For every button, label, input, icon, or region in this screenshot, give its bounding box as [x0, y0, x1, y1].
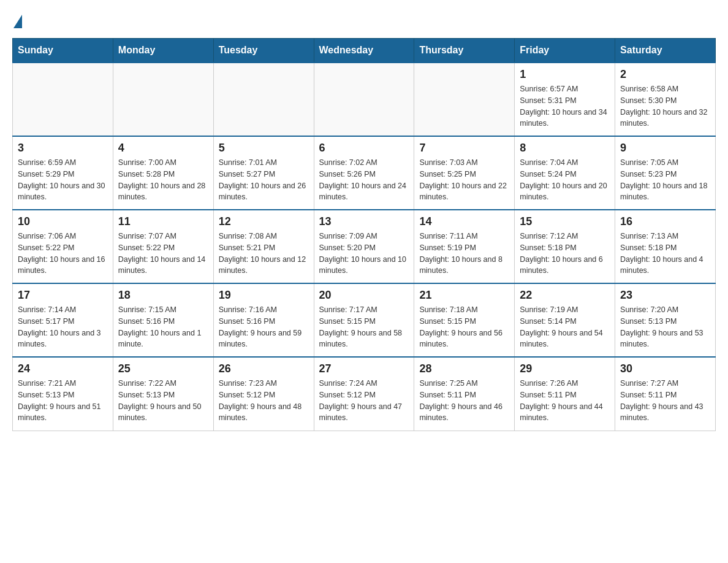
calendar-cell: [314, 63, 414, 136]
day-number: 20: [319, 289, 409, 302]
page-header: [12, 12, 716, 28]
calendar-cell: 5Sunrise: 7:01 AM Sunset: 5:27 PM Daylig…: [213, 136, 314, 210]
day-number: 13: [319, 215, 409, 228]
calendar-table: SundayMondayTuesdayWednesdayThursdayFrid…: [12, 38, 716, 431]
day-info: Sunrise: 7:25 AM Sunset: 5:11 PM Dayligh…: [419, 378, 509, 424]
calendar-cell: 4Sunrise: 7:00 AM Sunset: 5:28 PM Daylig…: [113, 136, 213, 210]
day-number: 24: [18, 362, 108, 375]
day-number: 5: [219, 142, 309, 155]
day-info: Sunrise: 7:00 AM Sunset: 5:28 PM Dayligh…: [118, 157, 208, 203]
header-tuesday: Tuesday: [213, 39, 314, 63]
header-wednesday: Wednesday: [314, 39, 414, 63]
day-info: Sunrise: 7:22 AM Sunset: 5:13 PM Dayligh…: [118, 378, 208, 424]
calendar-cell: 14Sunrise: 7:11 AM Sunset: 5:19 PM Dayli…: [414, 210, 515, 283]
calendar-week-row: 3Sunrise: 6:59 AM Sunset: 5:29 PM Daylig…: [13, 136, 716, 210]
day-info: Sunrise: 7:27 AM Sunset: 5:11 PM Dayligh…: [620, 378, 710, 424]
day-info: Sunrise: 6:57 AM Sunset: 5:31 PM Dayligh…: [520, 83, 610, 129]
calendar-cell: 22Sunrise: 7:19 AM Sunset: 5:14 PM Dayli…: [515, 283, 615, 357]
day-info: Sunrise: 7:05 AM Sunset: 5:23 PM Dayligh…: [620, 157, 710, 203]
calendar-cell: 30Sunrise: 7:27 AM Sunset: 5:11 PM Dayli…: [615, 357, 716, 431]
day-number: 2: [620, 68, 710, 81]
calendar-cell: 6Sunrise: 7:02 AM Sunset: 5:26 PM Daylig…: [314, 136, 414, 210]
day-number: 14: [419, 215, 509, 228]
day-info: Sunrise: 7:21 AM Sunset: 5:13 PM Dayligh…: [18, 378, 108, 424]
calendar-cell: 8Sunrise: 7:04 AM Sunset: 5:24 PM Daylig…: [515, 136, 615, 210]
day-number: 6: [319, 142, 409, 155]
day-number: 12: [219, 215, 309, 228]
calendar-cell: 28Sunrise: 7:25 AM Sunset: 5:11 PM Dayli…: [414, 357, 515, 431]
calendar-cell: [13, 63, 113, 136]
day-number: 11: [118, 215, 208, 228]
day-number: 30: [620, 362, 710, 375]
calendar-cell: 18Sunrise: 7:15 AM Sunset: 5:16 PM Dayli…: [113, 283, 213, 357]
calendar-cell: 20Sunrise: 7:17 AM Sunset: 5:15 PM Dayli…: [314, 283, 414, 357]
day-number: 4: [118, 142, 208, 155]
calendar-cell: 24Sunrise: 7:21 AM Sunset: 5:13 PM Dayli…: [13, 357, 113, 431]
calendar-cell: 11Sunrise: 7:07 AM Sunset: 5:22 PM Dayli…: [113, 210, 213, 283]
day-number: 8: [520, 142, 610, 155]
calendar-week-row: 10Sunrise: 7:06 AM Sunset: 5:22 PM Dayli…: [13, 210, 716, 283]
day-info: Sunrise: 7:11 AM Sunset: 5:19 PM Dayligh…: [419, 231, 509, 277]
calendar-cell: 17Sunrise: 7:14 AM Sunset: 5:17 PM Dayli…: [13, 283, 113, 357]
calendar-cell: 27Sunrise: 7:24 AM Sunset: 5:12 PM Dayli…: [314, 357, 414, 431]
day-number: 16: [620, 215, 710, 228]
day-number: 9: [620, 142, 710, 155]
header-saturday: Saturday: [615, 39, 716, 63]
day-number: 19: [219, 289, 309, 302]
day-info: Sunrise: 7:04 AM Sunset: 5:24 PM Dayligh…: [520, 157, 610, 203]
day-number: 29: [520, 362, 610, 375]
calendar-cell: 10Sunrise: 7:06 AM Sunset: 5:22 PM Dayli…: [13, 210, 113, 283]
header-thursday: Thursday: [414, 39, 515, 63]
calendar-cell: 12Sunrise: 7:08 AM Sunset: 5:21 PM Dayli…: [213, 210, 314, 283]
day-info: Sunrise: 7:26 AM Sunset: 5:11 PM Dayligh…: [520, 378, 610, 424]
calendar-cell: 29Sunrise: 7:26 AM Sunset: 5:11 PM Dayli…: [515, 357, 615, 431]
day-info: Sunrise: 6:59 AM Sunset: 5:29 PM Dayligh…: [18, 157, 108, 203]
day-info: Sunrise: 7:01 AM Sunset: 5:27 PM Dayligh…: [219, 157, 309, 203]
day-number: 18: [118, 289, 208, 302]
day-info: Sunrise: 7:17 AM Sunset: 5:15 PM Dayligh…: [319, 304, 409, 350]
day-number: 27: [319, 362, 409, 375]
day-info: Sunrise: 7:23 AM Sunset: 5:12 PM Dayligh…: [219, 378, 309, 424]
calendar-cell: 13Sunrise: 7:09 AM Sunset: 5:20 PM Dayli…: [314, 210, 414, 283]
header-monday: Monday: [113, 39, 213, 63]
day-info: Sunrise: 7:02 AM Sunset: 5:26 PM Dayligh…: [319, 157, 409, 203]
day-number: 1: [520, 68, 610, 81]
calendar-cell: 1Sunrise: 6:57 AM Sunset: 5:31 PM Daylig…: [515, 63, 615, 136]
day-number: 3: [18, 142, 108, 155]
day-number: 23: [620, 289, 710, 302]
day-number: 25: [118, 362, 208, 375]
calendar-week-row: 24Sunrise: 7:21 AM Sunset: 5:13 PM Dayli…: [13, 357, 716, 431]
day-info: Sunrise: 7:14 AM Sunset: 5:17 PM Dayligh…: [18, 304, 108, 350]
calendar-cell: 2Sunrise: 6:58 AM Sunset: 5:30 PM Daylig…: [615, 63, 716, 136]
logo: [12, 12, 22, 28]
day-info: Sunrise: 7:08 AM Sunset: 5:21 PM Dayligh…: [219, 231, 309, 277]
day-number: 21: [419, 289, 509, 302]
calendar-cell: 26Sunrise: 7:23 AM Sunset: 5:12 PM Dayli…: [213, 357, 314, 431]
day-number: 10: [18, 215, 108, 228]
day-info: Sunrise: 7:15 AM Sunset: 5:16 PM Dayligh…: [118, 304, 208, 350]
calendar-cell: 25Sunrise: 7:22 AM Sunset: 5:13 PM Dayli…: [113, 357, 213, 431]
day-number: 15: [520, 215, 610, 228]
day-info: Sunrise: 7:16 AM Sunset: 5:16 PM Dayligh…: [219, 304, 309, 350]
day-number: 7: [419, 142, 509, 155]
calendar-cell: 21Sunrise: 7:18 AM Sunset: 5:15 PM Dayli…: [414, 283, 515, 357]
calendar-cell: 23Sunrise: 7:20 AM Sunset: 5:13 PM Dayli…: [615, 283, 716, 357]
day-info: Sunrise: 7:19 AM Sunset: 5:14 PM Dayligh…: [520, 304, 610, 350]
day-info: Sunrise: 7:03 AM Sunset: 5:25 PM Dayligh…: [419, 157, 509, 203]
day-info: Sunrise: 7:09 AM Sunset: 5:20 PM Dayligh…: [319, 231, 409, 277]
calendar-week-row: 1Sunrise: 6:57 AM Sunset: 5:31 PM Daylig…: [13, 63, 716, 136]
day-info: Sunrise: 7:13 AM Sunset: 5:18 PM Dayligh…: [620, 231, 710, 277]
header-sunday: Sunday: [13, 39, 113, 63]
day-number: 28: [419, 362, 509, 375]
day-number: 17: [18, 289, 108, 302]
logo-triangle-icon: [13, 15, 22, 28]
calendar-cell: 15Sunrise: 7:12 AM Sunset: 5:18 PM Dayli…: [515, 210, 615, 283]
calendar-cell: [113, 63, 213, 136]
day-info: Sunrise: 7:12 AM Sunset: 5:18 PM Dayligh…: [520, 231, 610, 277]
calendar-cell: 9Sunrise: 7:05 AM Sunset: 5:23 PM Daylig…: [615, 136, 716, 210]
day-info: Sunrise: 7:20 AM Sunset: 5:13 PM Dayligh…: [620, 304, 710, 350]
day-info: Sunrise: 7:06 AM Sunset: 5:22 PM Dayligh…: [18, 231, 108, 277]
calendar-cell: 19Sunrise: 7:16 AM Sunset: 5:16 PM Dayli…: [213, 283, 314, 357]
calendar-cell: 16Sunrise: 7:13 AM Sunset: 5:18 PM Dayli…: [615, 210, 716, 283]
day-info: Sunrise: 7:07 AM Sunset: 5:22 PM Dayligh…: [118, 231, 208, 277]
